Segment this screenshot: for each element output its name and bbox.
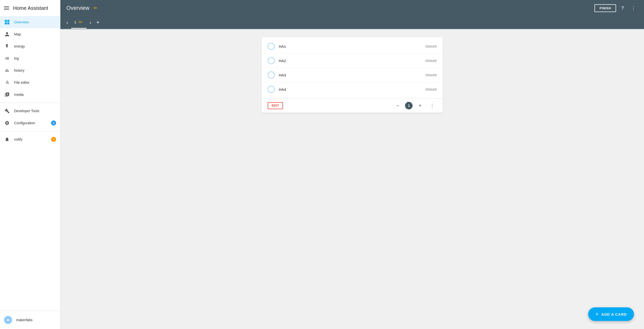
grid-icon — [4, 19, 10, 25]
page-title: Overview — [66, 5, 90, 11]
tabbar: ‹ 1 ✏ › + — [60, 16, 644, 29]
sidebar-item-media-label: media — [14, 93, 24, 97]
tab-prev-button[interactable]: ‹ — [64, 19, 70, 26]
entity-name: HA4 — [279, 87, 421, 92]
divider — [0, 103, 60, 103]
sidebar-nav: Overview Map energy log — [0, 16, 60, 307]
content-area: HA1 closure HA2 closure HA3 closure HA4 — [60, 29, 644, 329]
sidebar-item-log[interactable]: log — [0, 52, 60, 64]
sidebar-item-notify[interactable]: notify 1 — [0, 133, 60, 145]
sidebar-item-energy[interactable]: energy — [0, 40, 60, 52]
tab-1-number: 1 — [74, 20, 76, 24]
fab-label: ADD A CARD — [601, 312, 627, 316]
divider2 — [0, 131, 60, 131]
svg-rect-3 — [7, 22, 9, 24]
sidebar-item-energy-label: energy — [14, 44, 25, 48]
entity-name: HA3 — [279, 73, 421, 77]
tab-edit-button[interactable]: ✏ — [78, 18, 84, 26]
list-icon — [4, 55, 10, 61]
card-entities: HA1 closure HA2 closure HA3 closure HA4 — [262, 37, 443, 98]
add-card-button[interactable]: + ADD A CARD — [588, 307, 634, 321]
divider3 — [0, 311, 60, 311]
main-content: Overview ✏ FINISH ? ⋮ ‹ 1 ✏ › + HA1 clos… — [60, 0, 644, 329]
entity-state: closure — [425, 87, 437, 91]
person-icon — [4, 31, 10, 37]
sidebar-item-file-editor[interactable]: File editor — [0, 76, 60, 89]
entity-state: closure — [425, 44, 437, 48]
counter-increment-button[interactable]: + — [417, 102, 424, 110]
svg-rect-2 — [5, 22, 7, 24]
sidebar-item-overview-label: Overview — [14, 20, 29, 24]
finish-button[interactable]: FINISH — [594, 4, 616, 12]
card-more-options-button[interactable]: ⋮ — [428, 102, 437, 110]
entity-name: HA2 — [279, 59, 421, 63]
help-button[interactable]: ? — [619, 4, 626, 12]
table-row: HA2 closure — [262, 54, 443, 68]
bell-icon — [4, 136, 10, 142]
entity-state: closure — [425, 73, 437, 77]
topbar: Overview ✏ FINISH ? ⋮ — [60, 0, 644, 16]
tab-next-button[interactable]: › — [88, 19, 93, 26]
sidebar-item-configuration-label: Configuration — [14, 121, 35, 125]
sidebar-item-overview[interactable]: Overview — [0, 16, 60, 28]
topbar-title-area: Overview ✏ — [66, 4, 594, 12]
tab-add-button[interactable]: + — [94, 18, 102, 27]
entity-name: HA1 — [279, 44, 421, 49]
sidebar-item-history-label: history — [14, 68, 24, 72]
sidebar-header: Home Assistant — [0, 0, 60, 16]
sidebar-item-media[interactable]: media — [0, 89, 60, 101]
counter-decrement-button[interactable]: − — [394, 102, 401, 110]
bar-chart-icon — [4, 67, 10, 73]
gear-icon — [4, 120, 10, 126]
sidebar-item-developer-tools-label: Developer Tools — [14, 109, 39, 113]
more-options-button[interactable]: ⋮ — [629, 4, 638, 12]
sidebar-item-map-label: Map — [14, 32, 21, 36]
hamburger-icon[interactable] — [4, 6, 9, 10]
sidebar-item-file-editor-label: File editor — [14, 80, 29, 85]
table-row: HA1 closure — [262, 39, 443, 54]
sidebar-item-history[interactable]: history — [0, 64, 60, 76]
user-item[interactable]: m makerfabs — [0, 313, 60, 327]
entity-state-circle — [268, 86, 275, 93]
wrench-icon — [4, 79, 10, 86]
entity-state-circle — [268, 43, 275, 50]
table-row: HA4 closure — [262, 82, 443, 96]
sidebar-item-configuration[interactable]: Configuration 2 — [0, 117, 60, 129]
user-name: makerfabs — [16, 318, 32, 322]
counter-value: 1 — [405, 102, 413, 109]
tab-1[interactable]: 1 ✏ — [71, 16, 87, 29]
notify-badge: 1 — [51, 137, 56, 142]
entity-state: closure — [425, 59, 437, 63]
sidebar-bottom: m makerfabs — [0, 307, 60, 329]
entity-state-circle — [268, 71, 275, 78]
sidebar-item-map[interactable]: Map — [0, 28, 60, 40]
svg-rect-1 — [7, 20, 9, 22]
bolt-icon — [4, 43, 10, 49]
entity-state-circle — [268, 57, 275, 64]
title-edit-button[interactable]: ✏ — [93, 4, 98, 12]
sidebar-item-notify-label: notify — [14, 137, 22, 141]
fab-plus-icon: + — [595, 311, 599, 317]
configuration-badge: 2 — [51, 120, 56, 126]
table-row: HA3 closure — [262, 68, 443, 82]
card-footer: EDIT − 1 + ⋮ — [262, 98, 443, 113]
edit-button[interactable]: EDIT — [268, 102, 283, 109]
dev-icon — [4, 108, 10, 114]
avatar: m — [4, 316, 12, 324]
sidebar-item-log-label: log — [14, 56, 19, 60]
app-title: Home Assistant — [13, 5, 48, 11]
sidebar-item-developer-tools[interactable]: Developer Tools — [0, 105, 60, 117]
entity-card: HA1 closure HA2 closure HA3 closure HA4 — [262, 37, 443, 113]
svg-rect-0 — [5, 20, 7, 22]
sidebar: Home Assistant Overview Map energy — [0, 0, 60, 329]
topbar-actions: FINISH ? ⋮ — [594, 4, 638, 12]
media-icon — [4, 92, 10, 98]
